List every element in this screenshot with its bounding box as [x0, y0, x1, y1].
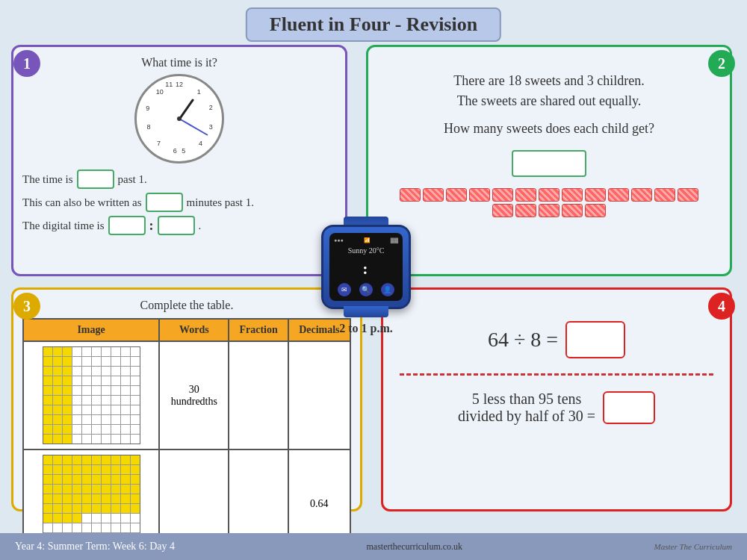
grid2-cell-52	[63, 504, 72, 513]
grid2-cell-29	[131, 475, 140, 484]
watch-battery: ▓▓	[391, 237, 398, 243]
box1-line2-post: minutes past 1.	[187, 196, 254, 209]
grid2-cell-24	[82, 475, 91, 484]
grid2-cell-41	[53, 494, 62, 503]
grid1-cell-16	[102, 357, 111, 366]
grid2-cell-78	[121, 523, 130, 532]
watch-label: 2 to 1 p.m.	[321, 322, 411, 335]
sweet-5	[492, 188, 513, 202]
grid2-cell-50	[43, 504, 52, 513]
grid1-cell-12	[63, 357, 72, 366]
grid2-cell-12	[63, 465, 72, 474]
grid2-cell-20	[43, 475, 52, 484]
grid2-cell-3	[72, 455, 81, 464]
row1-words: 30 hundredths	[159, 341, 229, 449]
grid2-cell-11	[53, 465, 62, 474]
grid2-cell-65	[92, 514, 101, 523]
grid2-cell-6	[102, 455, 111, 464]
watch-mail-icon[interactable]: ✉	[338, 283, 351, 296]
box1-colon: :	[149, 218, 154, 234]
grid1-cell-18	[121, 357, 130, 366]
watch-status-bar: ●●● 📶 ▓▓	[334, 237, 398, 243]
grid1-cell-7	[111, 347, 120, 356]
box4-equation1: 64 ÷ 8 =	[392, 321, 721, 358]
box1-line1-pre: The time is	[22, 173, 73, 186]
clock-num-4: 4	[199, 140, 202, 147]
watch-search-icon[interactable]: 🔍	[359, 283, 373, 296]
grid2-cell-37	[111, 485, 120, 494]
clock-num-5: 5	[182, 147, 185, 155]
grid1-cell-89	[131, 425, 140, 434]
grid1-cell-8	[121, 347, 130, 356]
grid1-cell-68	[121, 405, 130, 414]
clock-num-3: 3	[209, 123, 213, 131]
grid2-cell-46	[102, 494, 111, 503]
sweet-8	[562, 188, 583, 202]
grid1-cell-94	[82, 435, 91, 444]
grid1-cell-22	[63, 367, 72, 376]
grid2-cell-77	[111, 523, 120, 532]
grid1-cell-53	[72, 396, 81, 405]
grid2-cell-62	[63, 514, 72, 523]
sweet-6	[515, 188, 536, 202]
grid2-cell-48	[121, 494, 130, 503]
box1-answer2[interactable]	[146, 193, 183, 212]
box4-answer1[interactable]	[565, 321, 625, 358]
grid1-cell-97	[111, 435, 120, 444]
grid1-cell-33	[72, 376, 81, 385]
grid1-cell-50	[43, 396, 52, 405]
grid2-cell-68	[121, 514, 130, 523]
grid1-cell-47	[111, 386, 120, 395]
grid2-cell-45	[92, 494, 101, 503]
grid1-cell-41	[53, 386, 62, 395]
grid1-cell-84	[82, 425, 91, 434]
grid1-cell-78	[121, 415, 130, 424]
grid1-cell-52	[63, 396, 72, 405]
badge-3: 3	[13, 293, 40, 320]
box1-answer3b[interactable]	[158, 216, 195, 235]
grid1-cell-30	[43, 376, 52, 385]
grid2-cell-44	[82, 494, 91, 503]
clock-container: 12 1 2 3 4 5 6 7 8 9 10 11	[22, 74, 336, 164]
grid1-cell-75	[92, 415, 101, 424]
row1-fraction[interactable]	[229, 341, 288, 449]
sweet-9	[585, 188, 606, 202]
grid2-cell-54	[82, 504, 91, 513]
grid2-cell-25	[92, 475, 101, 484]
grid2-cell-7	[111, 455, 120, 464]
watch-screen: ●●● 📶 ▓▓ Sunny 20°C : ✉ 🔍 👤	[329, 233, 403, 301]
grid1-cell-21	[53, 367, 62, 376]
box1-answer1[interactable]	[77, 169, 114, 189]
grid1-cell-77	[111, 415, 120, 424]
row1-decimals[interactable]	[288, 341, 350, 449]
grid2-cell-19	[131, 465, 140, 474]
grid2-cell-59	[131, 504, 140, 513]
grid1-cell-54	[82, 396, 91, 405]
grid1-cell-51	[53, 396, 62, 405]
grid2-cell-34	[82, 485, 91, 494]
grid2-cell-55	[92, 504, 101, 513]
grid1-cell-81	[53, 425, 62, 434]
sweet-3	[446, 188, 467, 202]
box2-answer[interactable]	[512, 150, 586, 177]
badge-2: 2	[708, 50, 735, 77]
box1-answer3a[interactable]	[108, 216, 146, 235]
grid1-cell-98	[121, 435, 130, 444]
watch-strap-bottom	[344, 306, 388, 317]
clock-face: 12 1 2 3 4 5 6 7 8 9 10 11	[134, 74, 224, 164]
grid2-cell-4	[82, 455, 91, 464]
grid1-cell-19	[131, 357, 140, 366]
grid1-cell-14	[82, 357, 91, 366]
box1-time: What time is it? 12 1 2 3 4 5 6 7 8 9 10…	[11, 45, 347, 276]
grid2-cell-75	[92, 523, 101, 532]
grid2-cell-63	[72, 514, 81, 523]
clock-minute-hand	[179, 118, 208, 136]
box1-line2-pre: This can also be written as	[22, 196, 142, 209]
clock-num-7: 7	[157, 140, 161, 147]
box4-answer2[interactable]	[603, 391, 655, 424]
watch-person-icon[interactable]: 👤	[381, 283, 394, 296]
grid1-cell-85	[92, 425, 101, 434]
footer-brand: Master The Curriculum	[654, 542, 733, 551]
sweet-15	[515, 204, 536, 217]
grid1-cell-91	[53, 435, 62, 444]
